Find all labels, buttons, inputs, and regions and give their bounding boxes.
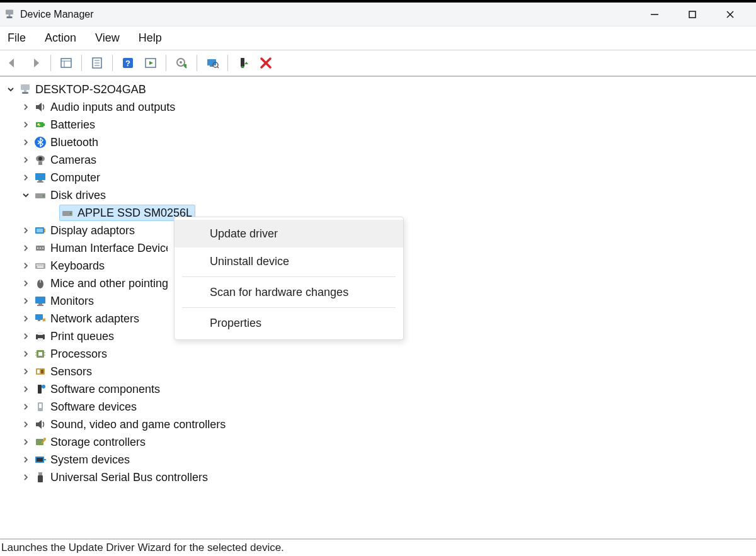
svg-rect-65 [38, 320, 40, 321]
chevron-right-icon[interactable] [20, 225, 32, 236]
tree-node-sound[interactable]: Sound, video and game controllers [1, 416, 755, 433]
chevron-right-icon[interactable] [20, 119, 32, 130]
forward-button[interactable] [26, 54, 44, 72]
chevron-right-icon[interactable] [20, 313, 32, 324]
status-text: Launches the Update Driver Wizard for th… [1, 542, 284, 554]
chevron-right-icon[interactable] [20, 366, 32, 377]
storage-controller-icon [34, 436, 47, 448]
disable-device-button[interactable] [257, 54, 275, 72]
help-button[interactable]: ? [119, 54, 137, 72]
tree-node-system[interactable]: System devices [1, 451, 755, 468]
svg-rect-70 [38, 352, 42, 356]
chevron-right-icon[interactable] [20, 295, 32, 307]
tree-node-usb[interactable]: Universal Serial Bus controllers [1, 468, 755, 486]
context-update-driver[interactable]: Update driver [175, 220, 403, 247]
tree-node-cameras[interactable]: Cameras [1, 151, 755, 169]
context-uninstall-device[interactable]: Uninstall device [175, 247, 403, 275]
menu-action[interactable]: Action [43, 29, 77, 47]
svg-rect-61 [35, 297, 45, 304]
svg-point-52 [42, 247, 43, 249]
tree-node-label: Display adaptors [50, 222, 135, 239]
context-item-label: Update driver [210, 227, 278, 241]
chevron-right-icon[interactable] [20, 348, 32, 360]
speaker-icon [34, 101, 47, 113]
tree-node-softdev[interactable]: Software devices [1, 398, 755, 416]
context-menu: Update driver Uninstall device Scan for … [174, 217, 404, 340]
svg-point-37 [38, 157, 42, 161]
chevron-right-icon[interactable] [20, 278, 32, 289]
svg-rect-85 [37, 458, 43, 462]
enable-device-button[interactable] [234, 54, 252, 72]
svg-rect-56 [40, 264, 42, 266]
svg-rect-53 [35, 263, 45, 269]
context-separator [182, 276, 396, 277]
properties-button[interactable] [88, 54, 106, 72]
chevron-right-icon[interactable] [20, 419, 32, 430]
menu-file[interactable]: File [6, 29, 27, 47]
monitor-icon [34, 171, 47, 184]
svg-rect-2 [7, 16, 13, 18]
tree-node-computer[interactable]: Computer [1, 169, 755, 186]
chevron-down-icon[interactable] [5, 84, 16, 95]
action-button[interactable] [142, 54, 159, 72]
show-all-devices-button[interactable] [57, 54, 75, 72]
close-button[interactable] [721, 5, 740, 24]
svg-rect-4 [689, 11, 696, 18]
minimize-button[interactable] [645, 5, 664, 24]
svg-rect-55 [38, 264, 40, 266]
usb-icon [34, 471, 47, 484]
tree-node-processors[interactable]: Processors [1, 345, 755, 363]
scan-hardware-button[interactable] [203, 54, 221, 72]
tree-node-softcomp[interactable]: Software components [1, 380, 755, 398]
menu-view[interactable]: View [94, 29, 121, 47]
chevron-right-icon[interactable] [20, 436, 32, 448]
tree-root[interactable]: DESKTOP-S2O4GAB [1, 81, 755, 98]
tree-node-audio[interactable]: Audio inputs and outputs [1, 98, 755, 116]
svg-point-79 [42, 385, 45, 389]
chevron-right-icon[interactable] [20, 242, 32, 254]
monitor-icon [34, 295, 47, 307]
update-driver-button[interactable] [173, 54, 190, 72]
chevron-right-icon[interactable] [20, 172, 32, 183]
chevron-right-icon[interactable] [20, 137, 32, 148]
tree-node-storage[interactable]: Storage controllers [1, 433, 755, 451]
context-scan-hardware[interactable]: Scan for hardware changes [175, 278, 403, 306]
maximize-button[interactable] [683, 5, 702, 24]
back-button[interactable] [4, 54, 21, 72]
tree-node-label: Sensors [50, 363, 92, 380]
tree-node-diskdrives[interactable]: Disk drives [1, 186, 755, 204]
svg-rect-63 [37, 305, 43, 306]
tree-node-batteries[interactable]: Batteries [1, 116, 755, 133]
svg-rect-64 [35, 314, 43, 320]
svg-marker-17 [149, 61, 153, 65]
svg-rect-76 [37, 370, 40, 373]
tree-node-label: Cameras [50, 151, 96, 169]
chevron-down-icon[interactable] [20, 190, 32, 201]
chevron-right-icon[interactable] [20, 331, 32, 342]
app-icon [4, 9, 15, 20]
svg-rect-48 [44, 229, 45, 232]
svg-rect-57 [42, 264, 43, 266]
tree-node-sensors[interactable]: Sensors [1, 363, 755, 380]
status-bar: Launches the Update Driver Wizard for th… [0, 538, 756, 556]
chevron-right-icon[interactable] [20, 401, 32, 412]
chevron-right-icon[interactable] [20, 260, 32, 271]
tree-node-label: Monitors [50, 292, 94, 310]
tree-node-bluetooth[interactable]: Bluetooth [1, 133, 755, 151]
chevron-right-icon[interactable] [20, 154, 32, 166]
svg-marker-27 [244, 62, 248, 64]
printer-icon [34, 330, 47, 343]
svg-rect-78 [38, 385, 42, 394]
svg-rect-1 [9, 14, 11, 16]
menu-help[interactable]: Help [137, 29, 163, 47]
window-controls [645, 5, 752, 24]
chevron-right-icon[interactable] [20, 454, 32, 465]
svg-rect-32 [22, 92, 28, 94]
tree-node-label: System devices [50, 451, 130, 468]
title-bar: Device Manager [0, 3, 756, 26]
chevron-right-icon[interactable] [20, 383, 32, 395]
context-item-label: Uninstall device [210, 255, 289, 268]
chevron-right-icon[interactable] [20, 101, 32, 113]
chevron-right-icon[interactable] [20, 472, 32, 483]
context-properties[interactable]: Properties [175, 309, 403, 337]
